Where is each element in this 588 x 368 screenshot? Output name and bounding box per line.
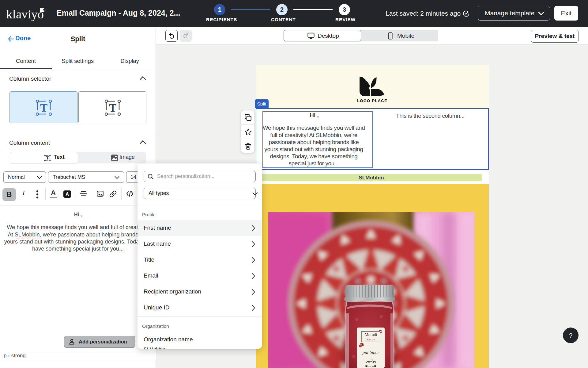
svg-text:T: T [46, 155, 49, 160]
svg-text:پولبیبر: پولبیبر [365, 358, 376, 363]
svg-text:Moradi: Moradi [364, 332, 377, 337]
svg-text:▣مرادی▣: ▣مرادی▣ [365, 365, 376, 367]
svg-text:pul biber: pul biber [362, 350, 379, 355]
svg-text:T: T [40, 102, 47, 114]
svg-text:T: T [109, 102, 116, 114]
svg-text:A: A [66, 192, 69, 197]
svg-text:Spıce: Spıce [367, 338, 375, 341]
